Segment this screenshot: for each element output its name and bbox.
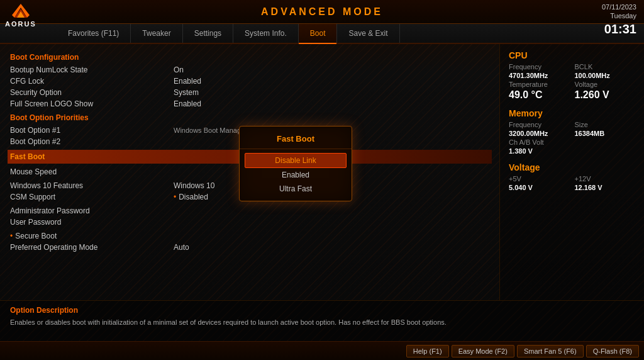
popup-title: Fast Boot	[240, 132, 352, 149]
cpu-temp-value: 49.0 °C	[509, 89, 570, 101]
csm-bullet: •	[174, 193, 176, 201]
bootup-numlock-label: Bootup NumLock State	[10, 65, 174, 74]
v12-value: 12.168 V	[575, 184, 636, 191]
cpu-grid: Frequency BCLK 4701.30MHz 100.00MHz Temp…	[509, 63, 635, 101]
date-display: 07/11/2023 Tuesday	[602, 3, 636, 21]
description-text: Enables or disables boot with initializa…	[10, 317, 634, 328]
boot-option2-label: Boot Option #2	[10, 137, 174, 146]
description-panel: Option Description Enables or disables b…	[0, 300, 644, 341]
cfg-lock-value: Enabled	[174, 77, 201, 86]
v5-label: +5V	[509, 175, 570, 183]
qflash-button[interactable]: Q-Flash (F8)	[586, 345, 639, 357]
popup-box: Fast Boot Disable Link Enabled Ultra Fas…	[239, 126, 352, 201]
boot-option1-label: Boot Option #1	[10, 126, 174, 135]
csm-value: Disabled	[179, 193, 208, 201]
tab-save-exit[interactable]: Save & Exit	[337, 24, 399, 43]
fast-boot-popup: Fast Boot Disable Link Enabled Ultra Fas…	[239, 126, 352, 201]
secure-boot-row: • Secure Boot	[10, 230, 489, 242]
memory-section: Memory Frequency Size 3200.00MHz 16384MB…	[509, 108, 635, 155]
memory-title: Memory	[509, 108, 635, 118]
security-option-label: Security Option	[10, 88, 174, 97]
boot-config-header: Boot Configuration	[10, 53, 489, 62]
windows10-value: Windows 10	[174, 181, 214, 190]
popup-option-ultra-fast[interactable]: Ultra Fast	[240, 182, 352, 196]
csm-label: CSM Support	[10, 193, 174, 201]
cpu-section: CPU Frequency BCLK 4701.30MHz 100.00MHz …	[509, 50, 635, 101]
full-screen-logo-label: Full Screen LOGO Show	[10, 99, 174, 108]
full-screen-logo-value: Enabled	[174, 99, 201, 108]
cfg-lock-row: CFG Lock Enabled	[10, 76, 489, 87]
nav-tabs: Favorites (F11) Tweaker Settings System …	[0, 24, 644, 44]
mem-chvolt-spacer	[575, 138, 636, 146]
aorus-logo-icon	[11, 3, 31, 20]
help-button[interactable]: Help (F1)	[406, 345, 449, 357]
voltage-section: Voltage +5V +12V 5.040 V 12.168 V	[509, 162, 635, 191]
security-option-value: System	[174, 88, 199, 97]
datetime-display: 07/11/2023 Tuesday 01:31	[602, 3, 636, 37]
admin-password-label: Administrator Password	[10, 206, 174, 215]
description-header: Option Description	[10, 306, 634, 315]
mem-chvolt-value: 1.380 V	[509, 147, 570, 155]
mem-freq-label: Frequency	[509, 121, 570, 128]
cpu-bclk-value: 100.00MHz	[575, 72, 636, 79]
cpu-title: CPU	[509, 50, 635, 60]
mem-size-value: 16384MB	[575, 130, 636, 137]
tab-tweaker[interactable]: Tweaker	[131, 24, 182, 43]
mem-size-label: Size	[575, 121, 636, 128]
cpu-volt-label: Voltage	[575, 81, 636, 88]
cpu-temp-label: Temperature	[509, 81, 570, 88]
v12-label: +12V	[575, 175, 636, 183]
cpu-bclk-label: BCLK	[575, 63, 636, 70]
info-panel: CPU Frequency BCLK 4701.30MHz 100.00MHz …	[499, 44, 644, 300]
preferred-os-row: Preferred Operating Mode Auto	[10, 242, 489, 253]
voltage-title: Voltage	[509, 162, 635, 172]
boot-priorities-header: Boot Option Priorities	[10, 113, 489, 122]
popup-option-enabled[interactable]: Enabled	[240, 168, 352, 182]
user-password-label: User Password	[10, 218, 174, 227]
mem-freq-value: 3200.00MHz	[509, 130, 570, 137]
bootup-numlock-value: On	[174, 65, 184, 74]
tab-sysinfo[interactable]: System Info.	[233, 24, 299, 43]
tab-favorites[interactable]: Favorites (F11)	[57, 24, 131, 43]
time-display: 01:31	[602, 21, 636, 37]
logo-area: AORUS	[5, 3, 36, 28]
tab-settings[interactable]: Settings	[183, 24, 233, 43]
fast-boot-label: Fast Boot	[10, 152, 45, 161]
cpu-freq-value: 4701.30MHz	[509, 72, 570, 79]
voltage-grid: +5V +12V 5.040 V 12.168 V	[509, 175, 635, 191]
tab-boot[interactable]: Boot	[299, 24, 338, 43]
bootup-numlock-row: Bootup NumLock State On	[10, 64, 489, 76]
settings-panel: Boot Configuration Bootup NumLock State …	[0, 44, 499, 300]
memory-grid: Frequency Size 3200.00MHz 16384MB Ch A/B…	[509, 121, 635, 155]
header: AORUS ADVANCED MODE 07/11/2023 Tuesday 0…	[0, 0, 644, 24]
cfg-lock-label: CFG Lock	[10, 77, 174, 86]
preferred-os-value: Auto	[174, 243, 189, 252]
popup-option-disable-link[interactable]: Disable Link	[245, 153, 347, 168]
mem-chvolt-label: Ch A/B Volt	[509, 138, 570, 146]
v5-value: 5.040 V	[509, 184, 570, 191]
user-password-row: User Password	[10, 217, 489, 228]
cpu-freq-label: Frequency	[509, 63, 570, 70]
preferred-os-label: Preferred Operating Mode	[10, 243, 174, 252]
mouse-speed-label: Mouse Speed	[10, 167, 174, 176]
admin-password-row: Administrator Password	[10, 205, 489, 217]
full-screen-logo-row: Full Screen LOGO Show Enabled	[10, 98, 489, 110]
secure-boot-label: Secure Boot	[15, 232, 179, 240]
main-content: Boot Configuration Bootup NumLock State …	[0, 44, 644, 300]
aorus-logo-text: AORUS	[5, 20, 36, 28]
cpu-volt-value: 1.260 V	[575, 89, 636, 101]
security-option-row: Security Option System	[10, 87, 489, 98]
bottom-toolbar: Help (F1) Easy Mode (F2) Smart Fan 5 (F6…	[0, 341, 644, 360]
secure-boot-bullet: •	[10, 232, 13, 240]
easy-mode-button[interactable]: Easy Mode (F2)	[452, 345, 514, 357]
page-title: ADVANCED MODE	[261, 6, 383, 18]
windows10-label: Windows 10 Features	[10, 181, 174, 190]
smart-fan-button[interactable]: Smart Fan 5 (F6)	[517, 345, 584, 357]
